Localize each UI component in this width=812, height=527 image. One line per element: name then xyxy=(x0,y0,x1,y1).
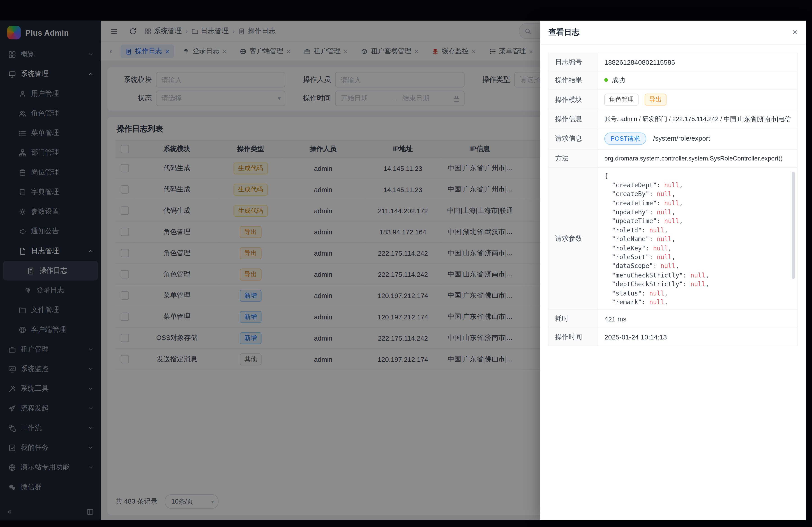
log-detail-table: 日志编号 1882612840802115585 操作结果 成功 操作模块 角色… xyxy=(548,53,797,346)
detail-row-method: 方法 org.dromara.system.controller.system.… xyxy=(549,149,797,167)
duration-value: 421 ms xyxy=(598,310,797,328)
module-tag: 角色管理 xyxy=(605,94,639,106)
detail-row-module: 操作模块 角色管理 导出 xyxy=(549,89,797,110)
drawer-title: 查看日志 xyxy=(548,28,579,37)
method-value: org.dromara.system.controller.system.Sys… xyxy=(598,149,797,167)
detail-row-request: 请求信息 POST请求 /system/role/export xyxy=(549,128,797,150)
detail-row-info: 操作信息 账号: admin / 研发部门 / 222.175.114.242 … xyxy=(549,110,797,128)
scrollbar[interactable] xyxy=(792,172,795,305)
close-icon[interactable]: × xyxy=(792,28,798,37)
detail-row-time: 操作时间 2025-01-24 10:14:13 xyxy=(549,328,797,346)
operation-info-value: 账号: admin / 研发部门 / 222.175.114.242 / 中国|… xyxy=(598,110,797,128)
detail-row-log-id: 日志编号 1882612840802115585 xyxy=(549,53,797,71)
detail-row-result: 操作结果 成功 xyxy=(549,71,797,89)
screen: Plus Admin 概览系统管理用户管理角色管理菜单管理部门管理岗位管理字典管… xyxy=(0,0,812,527)
post-method-tag: POST请求 xyxy=(605,133,646,145)
request-params-json[interactable]: { "createDept": null, "createBy": null, … xyxy=(605,172,789,305)
detail-row-duration: 耗时 421 ms xyxy=(549,310,797,328)
detail-row-params: 请求参数 { "createDept": null, "createBy": n… xyxy=(549,168,797,310)
log-id-value: 1882612840802115585 xyxy=(598,53,797,71)
request-url: /system/role/export xyxy=(653,134,710,142)
drawer-header: 查看日志 × xyxy=(540,21,806,45)
operation-type-tag: 导出 xyxy=(644,94,666,106)
result-value: 成功 xyxy=(612,76,625,84)
success-dot-icon xyxy=(605,78,608,82)
drawer-body: 日志编号 1882612840802115585 操作结果 成功 操作模块 角色… xyxy=(540,44,806,355)
operation-time-value: 2025-01-24 10:14:13 xyxy=(598,328,797,346)
scrollbar-thumb[interactable] xyxy=(792,172,795,279)
view-log-drawer: 查看日志 × 日志编号 1882612840802115585 操作结果 成功 … xyxy=(540,21,806,520)
